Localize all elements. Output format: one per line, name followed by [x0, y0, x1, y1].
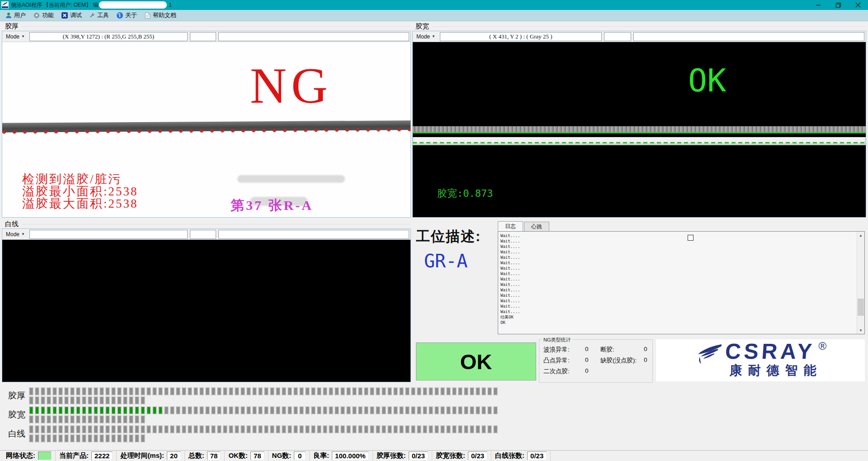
image-viewport-jiaohou[interactable]: NG 检测到溢胶/脏污溢胶最小面积:2538溢胶最大面积:2538 第37 张R…	[2, 42, 410, 217]
menu-debug[interactable]: 调试	[59, 10, 86, 20]
log-line: Wait....	[500, 282, 862, 287]
progress-cell	[346, 425, 351, 433]
progress-cell	[276, 387, 280, 395]
progress-cell	[47, 387, 51, 395]
status-value: 100.000%	[332, 451, 369, 460]
tab-log[interactable]: 日志	[498, 221, 523, 231]
progress-cell	[387, 387, 392, 395]
progress-cell	[405, 387, 410, 395]
progress-cell	[70, 387, 75, 395]
mode-dropdown-baixian[interactable]: Mode▼	[4, 230, 27, 239]
scrollbar-thumb[interactable]	[858, 299, 864, 316]
mode-dropdown-jiaokuan[interactable]: Mode▼	[414, 32, 438, 41]
progress-group-label: 白线	[0, 428, 29, 440]
progress-cell	[476, 425, 480, 433]
progress-cell	[241, 425, 245, 433]
progress-cell	[370, 387, 374, 395]
progress-cell	[76, 425, 80, 433]
progress-cell	[223, 425, 227, 433]
status-item: 胶厚张数:0/23	[373, 451, 432, 461]
info-field-jiaohou[interactable]	[218, 32, 409, 41]
log-line: OK	[500, 320, 862, 325]
status-label: 当前产品:	[59, 451, 89, 460]
progress-row	[29, 425, 499, 433]
close-button[interactable]	[848, 0, 868, 10]
status-value: 20	[167, 451, 181, 460]
mode-dropdown-jiaohou[interactable]: Mode▼	[4, 32, 27, 41]
progress-cell	[235, 387, 239, 395]
aux-field-baixian[interactable]	[190, 230, 216, 239]
progress-cell	[35, 434, 39, 442]
progress-cell	[382, 406, 386, 414]
logo-wing-icon	[694, 343, 723, 371]
progress-cell	[88, 396, 92, 404]
progress-cell	[99, 387, 104, 395]
progress-cell	[176, 387, 180, 395]
progress-cell-done	[129, 406, 133, 414]
restore-button[interactable]	[828, 0, 848, 10]
panel-jiaohou: 胶厚 Mode▼ (X 398,Y 1272) : (R 255,G 255,B…	[2, 22, 411, 218]
progress-cell	[440, 425, 445, 433]
aux-field-jiaokuan[interactable]	[604, 32, 631, 41]
aux-field-jiaohou[interactable]	[190, 32, 216, 41]
log-output[interactable]: Wait....Wait....Wait....Wait....Wait....…	[498, 231, 865, 334]
menu-about[interactable]: 关于	[114, 10, 141, 20]
progress-cell	[352, 406, 357, 414]
panel-jiaokuan-title: 胶宽	[415, 22, 429, 31]
status-item: 当前产品:2222	[56, 451, 117, 461]
progress-cell	[317, 425, 321, 433]
menu-help-doc[interactable]: 帮助文档	[142, 10, 180, 20]
panel-baixian-title: 白线	[5, 220, 19, 228]
ng-stat-value: 0	[585, 346, 600, 354]
log-line: Wait....	[500, 233, 862, 238]
info-field-baixian[interactable]	[218, 230, 409, 239]
progress-cell	[476, 387, 480, 395]
status-value: 0/23	[468, 451, 487, 460]
progress-cell	[29, 387, 33, 395]
progress-cell	[493, 425, 498, 433]
image-viewport-jiaokuan[interactable]: OK 胶宽:0.873	[413, 42, 866, 217]
progress-group-label: 胶厚	[0, 390, 29, 402]
progress-cell	[329, 425, 333, 433]
info-field-jiaokuan[interactable]	[633, 32, 864, 41]
menu-function[interactable]: 功能	[31, 10, 58, 20]
log-checkbox[interactable]	[688, 235, 693, 241]
scroll-up-icon[interactable]: ▲	[857, 232, 864, 239]
mode-label: Mode	[6, 231, 19, 238]
ng-stats-title: NG类型统计	[542, 337, 572, 343]
title-bar: 侧涂AOI程序 【当前用户: OEM】 编 1	[0, 0, 868, 10]
image-viewport-baixian[interactable]	[2, 240, 410, 382]
progress-cell	[264, 406, 269, 414]
progress-cell	[446, 425, 451, 433]
coords-field-jiaokuan[interactable]: ( X 431, Y 2 ) : ( Gray 25 )	[440, 32, 602, 41]
progress-cell	[199, 406, 204, 414]
scroll-down-icon[interactable]: ▼	[857, 327, 864, 334]
gear-icon	[33, 12, 40, 19]
coords-field-jiaohou[interactable]: (X 398,Y 1272) : (R 255,G 255,B 255)	[29, 32, 188, 41]
result-text-ng: NG	[250, 60, 332, 111]
minimize-button[interactable]	[808, 0, 828, 10]
menu-user[interactable]: 用户	[3, 10, 30, 20]
log-panel: 日志 心跳 Wait....Wait....Wait....Wait....Wa…	[498, 221, 865, 334]
menu-tools[interactable]: 工具	[87, 10, 113, 20]
progress-cell	[305, 425, 310, 433]
progress-cell	[481, 425, 486, 433]
progress-cell	[411, 406, 415, 414]
status-value: 0	[294, 451, 306, 460]
log-tab-strip: 日志 心跳	[498, 221, 865, 231]
log-line: Wait....	[500, 271, 862, 276]
progress-cell	[141, 425, 145, 433]
progress-cell	[246, 406, 251, 414]
progress-cell	[481, 406, 486, 414]
log-scrollbar[interactable]: ▲ ▼	[857, 232, 864, 334]
progress-cell	[58, 415, 63, 423]
coords-field-baixian[interactable]	[29, 230, 188, 239]
tab-heartbeat[interactable]: 心跳	[524, 222, 549, 231]
progress-cell-done	[141, 406, 145, 414]
progress-cell	[35, 387, 39, 395]
progress-group-jiaohou: 胶厚	[0, 387, 499, 404]
overall-result-button[interactable]: OK	[416, 342, 536, 380]
panel-baixian: 白线 Mode▼	[2, 219, 411, 382]
progress-cell-done	[111, 406, 116, 414]
progress-cell	[211, 425, 216, 433]
